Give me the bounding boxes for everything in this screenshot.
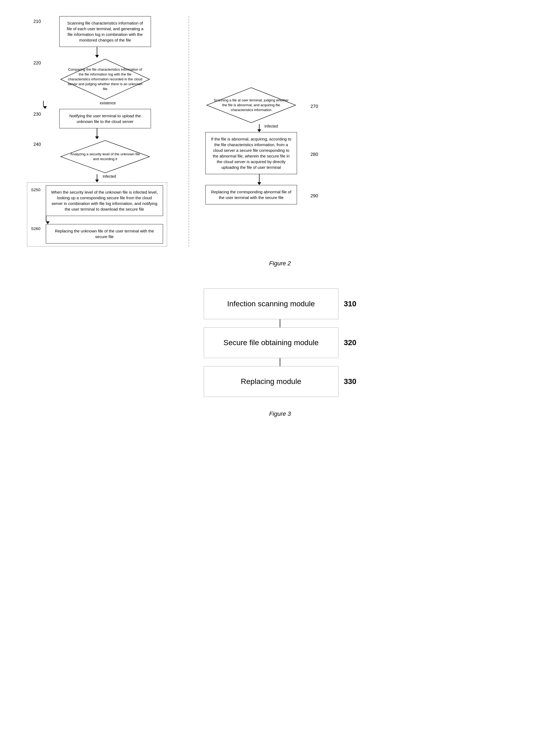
step-220-row: 220 Comparing the file characteristics i…: [27, 58, 167, 101]
step-290-row: Replacing the corresponding abnormal fil…: [195, 185, 324, 204]
conn-210-220: [97, 47, 97, 55]
step-270-flow: Scanning a file at user terminal, judgin…: [195, 86, 308, 124]
step-210-box: Scanning file characteristics informatio…: [59, 16, 151, 47]
conn-280-290: [259, 174, 260, 182]
fig2-title: Figure 2: [16, 260, 544, 267]
conn-270-280: [259, 124, 260, 129]
step-290-label: 290: [308, 191, 324, 199]
module-330-row: Replacing module 330: [204, 366, 357, 397]
step-230-label: 230: [27, 109, 43, 117]
dashed-group-250-260: S250 When the security level of the unkn…: [27, 182, 167, 246]
existence-label: existence: [100, 101, 116, 105]
fig2-right-column: Scanning a file at user terminal, judgin…: [195, 86, 324, 246]
arrow-220-230: [43, 106, 47, 109]
module-330-box: Replacing module: [204, 366, 338, 397]
step-230-flow: Notifying the user terminal to upload th…: [43, 109, 167, 128]
fig3-title: Figure 3: [16, 411, 544, 418]
step-230-box: Notifying the user terminal to upload th…: [59, 109, 151, 128]
step-260-label: S260: [31, 224, 46, 231]
step-290-flow: Replacing the corresponding abnormal fil…: [195, 185, 308, 204]
step-250-box: When the security level of the unknown f…: [46, 185, 163, 216]
step-260-box: Replacing the unknown file of the user t…: [46, 224, 163, 243]
arrow-210-220: [95, 55, 99, 58]
conn-240-dashed: [97, 174, 97, 179]
figure2-container: 210 Scanning file characteristics inform…: [16, 11, 544, 267]
module-330-label: 330: [344, 377, 357, 386]
module-310-row: Infection scanning module 310: [204, 288, 357, 319]
module-320-row: Secure file obtaining module 320: [204, 327, 357, 358]
step-220-text: Comparing the file characteristics infor…: [59, 67, 151, 92]
infected-conn-left: Infected: [27, 174, 167, 179]
figure3-container: Infection scanning module 310 Secure fil…: [16, 283, 544, 418]
step-280-box: If the file is abnormal, acquiring, acco…: [205, 132, 297, 174]
module-310-box: Infection scanning module: [204, 288, 338, 319]
step-270-row: Scanning a file at user terminal, judgin…: [195, 86, 324, 124]
arrow-270-280: [257, 129, 261, 132]
module-320-box: Secure file obtaining module: [204, 327, 338, 358]
fig2-separator: [189, 16, 189, 246]
step-240-flow: Analyzing a security level of the unknow…: [43, 139, 167, 174]
step-240-text: Analyzing a security level of the unknow…: [59, 152, 151, 161]
infected-label-right: Infected: [264, 124, 278, 128]
conn-250-260: [46, 216, 46, 221]
arrow-240-dashed: [95, 179, 99, 182]
step-280-label: 280: [308, 149, 324, 157]
step-230-row: 230 Notifying the user terminal to uploa…: [27, 109, 167, 128]
step-250-row: S250 When the security level of the unkn…: [31, 185, 163, 216]
step-240-label: 240: [27, 139, 43, 147]
conn-310-320: [280, 319, 280, 327]
existence-conn: existence: [27, 101, 167, 106]
step-280-flow: If the file is abnormal, acquiring, acco…: [195, 132, 308, 174]
step-270-label: 270: [308, 101, 324, 109]
step-210-label: 210: [27, 16, 43, 24]
arrow-280-290: [257, 182, 261, 185]
fig2-left-column: 210 Scanning file characteristics inform…: [27, 16, 167, 246]
step-260-row: S260 Replacing the unknown file of the u…: [31, 224, 163, 243]
step-220-label: 220: [27, 58, 43, 66]
module-310-label: 310: [344, 299, 357, 308]
step-280-row: If the file is abnormal, acquiring, acco…: [195, 132, 324, 174]
step-210-row: 210 Scanning file characteristics inform…: [27, 16, 167, 47]
fig3-diagram: Infection scanning module 310 Secure fil…: [16, 283, 544, 402]
step-270-text: Scanning a file at user terminal, judgin…: [205, 98, 297, 113]
arrow-250-260: [46, 221, 50, 224]
step-220-flow: Comparing the file characteristics infor…: [43, 58, 167, 101]
infected-conn-right: Infected: [195, 124, 324, 129]
conn-230-240: [97, 128, 97, 136]
step-290-box: Replacing the corresponding abnormal fil…: [205, 185, 297, 204]
step-250-label: S250: [31, 185, 46, 192]
conn-320-330: [280, 358, 280, 366]
step-210-flow: Scanning file characteristics informatio…: [43, 16, 167, 47]
fig2-diagram: 210 Scanning file characteristics inform…: [16, 11, 544, 252]
module-320-label: 320: [344, 338, 357, 347]
conn-220-230: [43, 101, 44, 106]
infected-label-left: Infected: [103, 174, 116, 178]
arrow-230-240: [95, 136, 99, 139]
step-240-row: 240 Analyzing a security level of the un…: [27, 139, 167, 174]
